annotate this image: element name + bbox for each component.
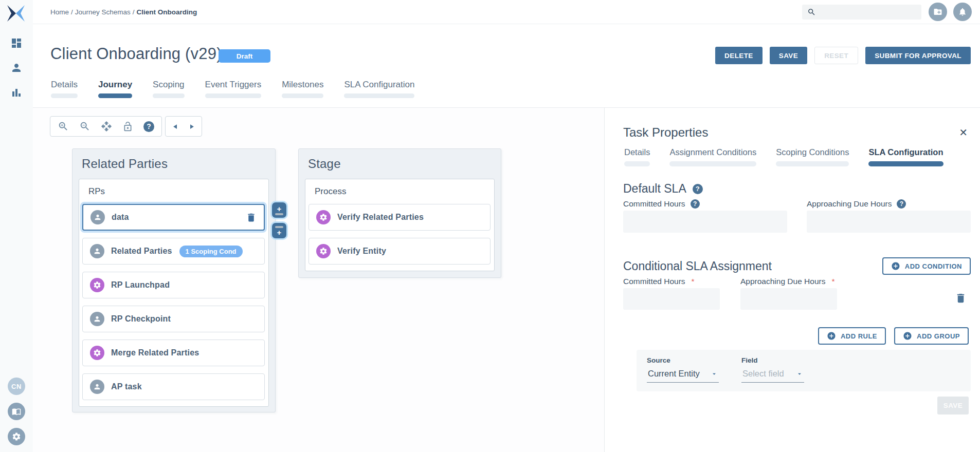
ptab-scoping-conditions[interactable]: Scoping Conditions [775, 147, 850, 166]
add-rule-button[interactable]: ADD RULE [818, 327, 886, 345]
search-bar[interactable] [802, 5, 921, 20]
system-task-icon [316, 210, 331, 224]
app-logo-icon[interactable] [6, 3, 26, 24]
default-sla-heading: Default SLA [623, 182, 686, 196]
plus-circle-icon [827, 331, 836, 341]
notifications-icon[interactable] [953, 3, 972, 21]
schema-tabs: Details Journey Scoping Event Triggers M… [50, 80, 415, 98]
breadcrumb-journey-schemas[interactable]: Journey Schemas [75, 8, 131, 16]
ptab-sla-configuration[interactable]: SLA Configuration [867, 147, 944, 166]
group-related-parties[interactable]: Related Parties RPs data Related Parties… [72, 148, 276, 412]
zoom-out-icon[interactable] [79, 121, 90, 132]
task-card-verify-entity[interactable]: Verify Entity [308, 238, 491, 265]
people-icon[interactable] [10, 62, 23, 74]
lane-title: RPs [88, 186, 265, 197]
breadcrumb-home[interactable]: Home [50, 8, 69, 16]
sidebar: CN [0, 0, 33, 452]
save-button[interactable]: SAVE [770, 47, 807, 64]
tab-sla-configuration[interactable]: SLA Configuration [343, 80, 415, 98]
help-icon[interactable]: ? [143, 121, 154, 132]
chevron-down-icon [711, 370, 718, 378]
source-label: Source [647, 356, 719, 364]
tab-scoping[interactable]: Scoping [152, 80, 185, 98]
field-select[interactable]: Select field [741, 364, 804, 383]
required-mark: * [831, 277, 834, 286]
task-card-data[interactable]: data [82, 204, 265, 231]
page-title: Client Onboarding (v29) [50, 45, 222, 63]
delete-button[interactable]: DELETE [715, 47, 763, 64]
docs-icon[interactable] [8, 403, 25, 420]
status-badge: Draft [219, 49, 270, 63]
cond-committed-hours-label: Committed Hours [623, 277, 685, 286]
main-content: Client Onboarding (v29) Draft DELETE SAV… [33, 24, 980, 452]
canvas-toolbar: ? [50, 116, 202, 137]
group-stage[interactable]: Stage Process Verify Related Parties Ver… [298, 148, 501, 278]
cond-approaching-due-hours-input[interactable] [740, 288, 837, 310]
task-card-ap-task[interactable]: AP task [82, 373, 265, 400]
task-card-merge-related-parties[interactable]: Merge Related Parties [82, 340, 265, 366]
cond-approaching-due-hours-label: Approaching Due Hours [740, 277, 825, 286]
committed-hours-label: Committed Hours [623, 199, 685, 209]
ptab-details[interactable]: Details [623, 147, 651, 166]
rule-row: Source Current Entity Field Select field [637, 350, 971, 391]
task-properties-panel: Task Properties ✕ Details Assignment Con… [604, 108, 980, 452]
cond-committed-hours-input[interactable] [623, 288, 720, 310]
source-select[interactable]: Current Entity [647, 364, 719, 383]
lane-title: Process [315, 186, 491, 197]
person-task-icon [90, 312, 104, 326]
task-card-rp-checkpoint[interactable]: RP Checkpoint [82, 306, 265, 332]
approaching-due-hours-label: Approaching Due Hours [807, 199, 892, 209]
zoom-in-icon[interactable] [58, 121, 69, 132]
tab-event-triggers[interactable]: Event Triggers [205, 80, 262, 98]
task-card-verify-related-parties[interactable]: Verify Related Parties [308, 204, 491, 231]
add-condition-button[interactable]: ADD CONDITION [882, 257, 971, 275]
person-task-icon [90, 380, 104, 394]
plus-circle-icon [903, 331, 912, 341]
tab-journey[interactable]: Journey [98, 80, 133, 98]
lock-icon[interactable] [122, 121, 133, 132]
breadcrumb: Home/Journey Schemas/Client Onboarding [50, 8, 197, 16]
system-task-icon [90, 346, 104, 360]
dashboard-icon[interactable] [10, 37, 23, 49]
topbar: Home/Journey Schemas/Client Onboarding [33, 0, 980, 24]
submit-for-approval-button[interactable]: SUBMIT FOR APPROVAL [865, 47, 971, 64]
search-icon [807, 8, 816, 16]
group-title: Stage [308, 157, 492, 171]
tab-details[interactable]: Details [50, 80, 78, 98]
help-icon[interactable]: ? [693, 184, 703, 194]
add-group-button[interactable]: ADD GROUP [894, 327, 969, 345]
next-arrow-icon[interactable] [188, 123, 195, 130]
search-input[interactable] [820, 8, 916, 16]
plus-circle-icon [891, 261, 900, 271]
lane-rps: RPs data Related Parties 1 Scoping Cond … [79, 179, 269, 407]
add-task-above-button[interactable]: + [272, 202, 286, 218]
help-icon[interactable]: ? [691, 199, 700, 209]
chevron-down-icon [796, 370, 803, 378]
close-icon[interactable]: ✕ [959, 126, 968, 139]
scoping-condition-badge: 1 Scoping Cond [179, 246, 243, 257]
tab-milestones[interactable]: Milestones [281, 80, 324, 98]
committed-hours-input[interactable] [623, 211, 787, 233]
settings-icon[interactable] [8, 428, 25, 445]
rule-save-button[interactable]: SAVE [937, 397, 969, 415]
pan-icon[interactable] [101, 121, 112, 132]
user-avatar[interactable]: CN [8, 378, 25, 395]
panel-title: Task Properties [623, 125, 708, 140]
create-new-icon[interactable] [929, 3, 947, 21]
person-task-icon [90, 210, 105, 224]
approaching-due-hours-input[interactable] [807, 211, 971, 233]
system-task-icon [316, 244, 331, 258]
reset-button[interactable]: RESET [814, 47, 858, 64]
delete-condition-icon[interactable] [955, 292, 967, 304]
reports-icon[interactable] [10, 86, 23, 99]
task-card-rp-launchpad[interactable]: RP Launchpad [82, 272, 265, 298]
add-task-below-button[interactable]: + [272, 223, 286, 238]
ptab-assignment-conditions[interactable]: Assignment Conditions [668, 147, 757, 166]
conditional-sla-heading: Conditional SLA Assignment [623, 259, 772, 273]
delete-task-icon[interactable] [246, 212, 257, 223]
help-icon[interactable]: ? [897, 199, 906, 209]
task-card-related-parties[interactable]: Related Parties 1 Scoping Cond [82, 238, 265, 265]
prev-arrow-icon[interactable] [172, 123, 179, 130]
page-actions: DELETE SAVE RESET SUBMIT FOR APPROVAL [715, 47, 971, 64]
breadcrumb-current: Client Onboarding [137, 8, 197, 16]
